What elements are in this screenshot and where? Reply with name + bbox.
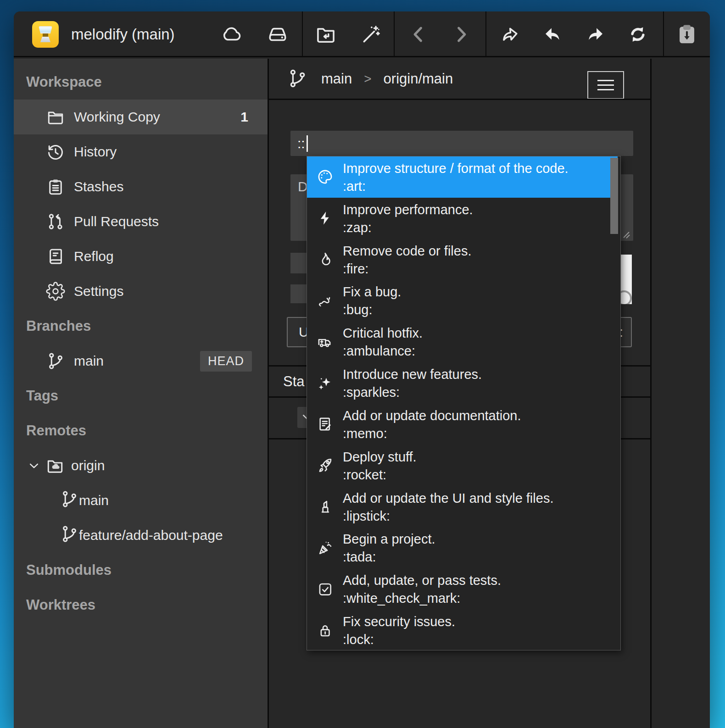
clipboard-list-icon <box>46 177 65 196</box>
check-square-icon <box>307 581 343 598</box>
back-icon[interactable] <box>406 22 431 47</box>
clipboard-down-icon[interactable] <box>674 22 700 47</box>
sidebar-item-pull-requests[interactable]: Pull Requests <box>14 204 268 239</box>
item-description: Introduce new features. <box>343 366 482 383</box>
item-code: :art: <box>343 178 569 195</box>
sidebar-item-label: Stashes <box>74 179 123 195</box>
sidebar: Workspace Working Copy 1 History Stashes <box>14 59 268 728</box>
sidebar-item-label: origin <box>71 458 105 473</box>
sidebar-item-label: main <box>74 353 104 369</box>
desktop-background: melodify (main) <box>0 0 725 728</box>
pull-request-icon <box>46 212 65 231</box>
memo-icon <box>307 416 343 433</box>
cloud-icon[interactable] <box>219 22 245 47</box>
item-code: :memo: <box>343 425 521 443</box>
sidebar-item-label: Pull Requests <box>74 214 159 229</box>
sidebar-item-label: feature/add-about-page <box>79 528 223 543</box>
item-description: Fix security issues. <box>343 613 455 631</box>
item-description: Add, update, or pass tests. <box>343 572 501 589</box>
sync-icon[interactable] <box>625 22 651 47</box>
autocomplete-item-art[interactable]: Improve structure / format of the code.:… <box>307 156 618 198</box>
window-title: melodify (main) <box>71 11 175 57</box>
toolbar-separator <box>663 11 664 57</box>
sidebar-item-branch-main[interactable]: main HEAD <box>14 344 268 378</box>
upstream-branch-label[interactable]: origin/main <box>384 71 453 87</box>
autocomplete-item-fire[interactable]: Remove code or files.:fire: <box>307 239 620 280</box>
sidebar-item-settings[interactable]: Settings <box>14 274 268 309</box>
git-branch-icon <box>60 524 79 547</box>
item-code: :lipstick: <box>343 507 553 525</box>
branch-breadcrumb: main > origin/main <box>321 59 453 99</box>
autocomplete-item-lock[interactable]: Fix security issues.:lock: <box>307 610 620 650</box>
autocomplete-item-lipstick[interactable]: Add or update the UI and style files.:li… <box>307 486 620 528</box>
rocket-icon <box>307 457 343 474</box>
autocomplete-item-bug[interactable]: Fix a bug.:bug: <box>307 280 620 321</box>
hard-drive-icon[interactable] <box>265 22 290 47</box>
book-icon <box>46 247 65 266</box>
item-description: Improve structure / format of the code. <box>343 160 569 178</box>
item-code: :fire: <box>343 260 471 278</box>
pull-icon[interactable] <box>540 22 566 47</box>
gitmoji-autocomplete-dropdown: Improve structure / format of the code.:… <box>307 156 621 650</box>
item-description: Begin a project. <box>343 530 435 548</box>
git-branch-icon <box>60 489 79 512</box>
sidebar-item-reflog[interactable]: Reflog <box>14 239 268 274</box>
titlebar: melodify (main) <box>14 11 710 57</box>
autocomplete-item-ambulance[interactable]: Critical hotfix.:ambulance: <box>307 321 620 362</box>
sidebar-header-worktrees: Worktrees <box>14 588 268 622</box>
panel-vertical-divider[interactable] <box>650 59 652 728</box>
sidebar-item-label: Reflog <box>74 249 114 264</box>
autocomplete-item-memo[interactable]: Add or update documentation.:memo: <box>307 404 620 445</box>
panel-menu-button[interactable] <box>587 71 624 99</box>
push-icon[interactable] <box>499 22 524 47</box>
sidebar-item-remote-origin[interactable]: origin <box>14 448 268 483</box>
gear-icon <box>46 282 65 301</box>
magic-wand-icon[interactable] <box>358 22 384 47</box>
autocomplete-item-tada[interactable]: Begin a project.:tada: <box>307 527 620 568</box>
chevron-down-icon[interactable] <box>26 458 42 473</box>
working-copy-count-badge: 1 <box>240 109 252 125</box>
autocomplete-item-zap[interactable]: Improve performance.:zap: <box>307 198 620 239</box>
item-code: :zap: <box>343 219 473 237</box>
sidebar-item-remote-main[interactable]: main <box>14 483 268 518</box>
sidebar-item-label: Working Copy <box>74 109 160 125</box>
sidebar-item-label: main <box>79 493 109 508</box>
item-code: :rocket: <box>343 466 417 484</box>
redo-icon[interactable] <box>582 22 608 47</box>
sparkles-icon <box>307 375 343 392</box>
sidebar-item-label: History <box>74 144 117 160</box>
side-scrollbar[interactable] <box>621 255 632 304</box>
sidebar-item-remote-feature-branch[interactable]: feature/add-about-page <box>14 518 268 553</box>
palette-icon <box>307 168 343 185</box>
ambulance-icon <box>307 333 343 350</box>
main-panel: main > origin/main :: D <box>269 59 710 728</box>
sidebar-item-history[interactable]: History <box>14 134 268 169</box>
folder-icon <box>46 107 65 127</box>
fire-icon <box>307 251 343 268</box>
dropdown-scrollbar-thumb[interactable] <box>610 158 618 234</box>
item-description: Improve performance. <box>343 201 473 219</box>
history-icon <box>46 142 65 161</box>
current-branch-label[interactable]: main <box>321 71 352 87</box>
resize-grip-icon[interactable] <box>620 229 632 241</box>
autocomplete-item-sparkles[interactable]: Introduce new features.:sparkles: <box>307 362 620 404</box>
forward-icon[interactable] <box>448 22 474 47</box>
lipstick-icon <box>307 498 343 515</box>
autocomplete-item-rocket[interactable]: Deploy stuff.:rocket: <box>307 445 620 486</box>
breadcrumb-separator: > <box>364 72 371 86</box>
sidebar-item-stashes[interactable]: Stashes <box>14 169 268 204</box>
bug-icon <box>307 292 343 309</box>
sidebar-header-tags: Tags <box>14 378 268 413</box>
toolbar-separator <box>394 11 395 57</box>
open-repo-icon[interactable] <box>313 22 339 47</box>
commit-summary-input[interactable]: :: <box>290 131 633 156</box>
sidebar-item-working-copy[interactable]: Working Copy 1 <box>14 100 268 134</box>
sidebar-header-branches: Branches <box>14 309 268 344</box>
item-description: Deploy stuff. <box>343 448 417 466</box>
autocomplete-item-white-check-mark[interactable]: Add, update, or pass tests.:white_check_… <box>307 568 620 610</box>
toolbar-separator <box>302 11 303 57</box>
head-badge: HEAD <box>200 351 252 372</box>
toolbar-separator <box>485 11 486 57</box>
item-code: :sparkles: <box>343 383 482 401</box>
header-divider <box>269 99 652 100</box>
